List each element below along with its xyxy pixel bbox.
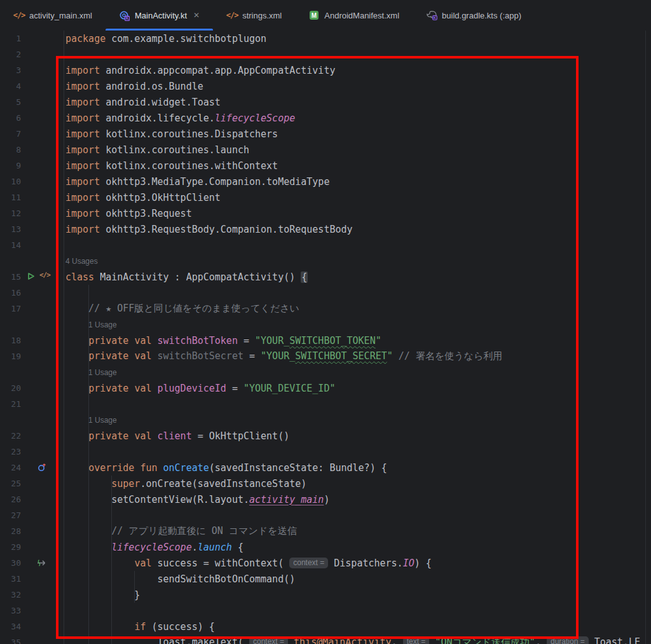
gutter: 20 (0, 380, 64, 396)
svg-text:M: M (312, 12, 317, 19)
code-text[interactable]: // アプリ起動直後に ON コマンドを送信 (64, 525, 297, 537)
line-number[interactable]: 27 (0, 510, 21, 520)
code-text[interactable]: super.onCreate(savedInstanceState) (64, 478, 306, 490)
line-number[interactable]: 2 (0, 50, 21, 59)
gutter-icons (21, 31, 64, 46)
code-text[interactable]: import kotlinx.coroutines.withContext (64, 160, 278, 172)
code-text[interactable]: sendSwitchBotOnCommand() (64, 573, 295, 585)
tab-mainactivity-kt[interactable]: KMainActivity.kt✕ (106, 0, 213, 31)
line-number[interactable]: 17 (0, 304, 21, 313)
line-number[interactable]: 24 (0, 463, 21, 472)
line-number[interactable]: 12 (0, 209, 21, 218)
code-text[interactable]: private val client = OkHttpClient() (64, 430, 289, 442)
gutter-icons (21, 62, 64, 78)
line-number[interactable]: 10 (0, 177, 21, 186)
line-number[interactable]: 34 (0, 622, 21, 631)
code-text[interactable]: import okhttp3.RequestBody.Companion.toR… (64, 224, 353, 235)
gutter-icons: </> (21, 269, 64, 285)
code-text[interactable]: import kotlinx.coroutines.launch (64, 144, 249, 156)
gutter: 31 (0, 571, 64, 587)
gutter-icons (21, 46, 64, 62)
usages-hint[interactable]: 1 Usage (64, 368, 117, 377)
code-text[interactable]: private val plugDeviceId = "YOUR_DEVICE_… (64, 383, 335, 394)
code-text[interactable]: override fun onCreate(savedInstanceState… (64, 462, 387, 474)
suspend-call-icon[interactable] (36, 559, 47, 567)
gutter: 19 (0, 348, 64, 364)
parameter-hint: duration = (547, 636, 589, 644)
line-number[interactable]: 19 (0, 352, 21, 361)
line-number[interactable]: 28 (0, 526, 21, 536)
line-number[interactable]: 9 (0, 161, 21, 170)
line-number[interactable]: 13 (0, 224, 21, 234)
line-number[interactable]: 18 (0, 336, 21, 345)
line-number[interactable]: 3 (0, 65, 21, 75)
code-text[interactable]: import okhttp3.MediaType.Companion.toMed… (64, 176, 329, 188)
line-number[interactable]: 30 (0, 558, 21, 568)
line-number[interactable]: 11 (0, 193, 21, 202)
code-text[interactable]: class MainActivity : AppCompatActivity()… (64, 271, 308, 283)
line-number[interactable]: 14 (0, 240, 21, 250)
line-number[interactable]: 22 (0, 431, 21, 441)
tab-activity-main-xml[interactable]: </>activity_main.xml (0, 0, 106, 31)
line-number[interactable]: 33 (0, 606, 21, 615)
gutter: 9 (0, 158, 64, 174)
code-text[interactable]: setContentView(R.layout.activity_main) (64, 494, 329, 505)
usages-hint[interactable]: 4 Usages (64, 257, 98, 266)
code-text[interactable]: import okhttp3.Request (64, 208, 192, 219)
line-number[interactable]: 35 (0, 638, 21, 644)
related-xml-icon[interactable]: </> (39, 271, 50, 279)
gutter: 17 (0, 301, 64, 317)
line-number[interactable]: 6 (0, 113, 21, 123)
gutter-icons (21, 110, 64, 126)
code-line: 2 (0, 46, 651, 62)
line-number[interactable]: 15 (0, 272, 21, 282)
code-text[interactable]: val success = withContext( context = Dis… (64, 558, 432, 569)
tab-build-gradle-kts-app[interactable]: Kbuild.gradle.kts (:app) (413, 0, 535, 31)
code-text[interactable]: lifecycleScope.launch { (64, 542, 243, 553)
code-line: 16 (0, 285, 651, 301)
code-line: 22 private val client = OkHttpClient() (0, 428, 651, 444)
code-text[interactable]: private val switchBotToken = "YOUR_SWITC… (64, 335, 381, 346)
line-number[interactable]: 4 (0, 81, 21, 91)
code-text[interactable]: // ★ OFF版と同じ値をそのまま使ってください (64, 303, 299, 315)
line-number[interactable]: 5 (0, 97, 21, 107)
code-text[interactable]: Toast.makeText( context = this@MainActiv… (64, 636, 640, 644)
line-number[interactable]: 7 (0, 129, 21, 139)
code-text[interactable]: } (64, 589, 140, 601)
code-text[interactable]: import android.os.Bundle (64, 81, 203, 92)
usages-hint[interactable]: 1 Usage (64, 416, 117, 425)
usages-hint[interactable]: 1 Usage (64, 320, 117, 329)
line-number[interactable]: 21 (0, 399, 21, 409)
line-number[interactable]: 8 (0, 145, 21, 154)
code-text[interactable]: import kotlinx.coroutines.Dispatchers (64, 128, 278, 140)
code-text[interactable]: if (success) { (64, 621, 215, 633)
override-method-icon[interactable] (38, 463, 46, 472)
gutter: 7 (0, 126, 64, 142)
run-class-icon[interactable] (27, 272, 35, 280)
code-line: 3import androidx.appcompat.app.AppCompat… (0, 62, 651, 78)
gutter-icons (21, 523, 64, 539)
line-number[interactable]: 20 (0, 383, 21, 393)
tab-androidmanifest-xml[interactable]: MAndroidManifest.xml (295, 0, 413, 31)
gutter-icons (21, 571, 64, 587)
line-number[interactable]: 31 (0, 574, 21, 584)
code-text[interactable]: import androidx.appcompat.app.AppCompatA… (64, 65, 335, 76)
line-number[interactable]: 1 (0, 34, 21, 43)
close-tab-icon[interactable]: ✕ (193, 11, 200, 19)
line-number[interactable]: 23 (0, 447, 21, 456)
line-number[interactable]: 32 (0, 590, 21, 599)
code-text[interactable]: private val switchBotSecret = "YOUR_SWIT… (64, 350, 502, 362)
code-text[interactable]: import androidx.lifecycle.lifecycleScope (64, 113, 295, 124)
gutter-icons (21, 189, 64, 205)
line-number[interactable]: 25 (0, 479, 21, 488)
tab-strings-xml[interactable]: </>strings.xml (213, 0, 295, 31)
editor-pane[interactable]: 1package com.example.switchbotplugon23im… (0, 31, 651, 644)
svg-text:K: K (126, 16, 129, 20)
line-number[interactable]: 16 (0, 288, 21, 298)
line-number[interactable]: 26 (0, 495, 21, 504)
line-number[interactable]: 29 (0, 542, 21, 552)
gutter-icons (21, 221, 64, 237)
code-text[interactable]: import okhttp3.OkHttpClient (64, 192, 221, 203)
code-text[interactable]: package com.example.switchbotplugon (64, 33, 266, 45)
code-text[interactable]: import android.widget.Toast (64, 97, 221, 108)
